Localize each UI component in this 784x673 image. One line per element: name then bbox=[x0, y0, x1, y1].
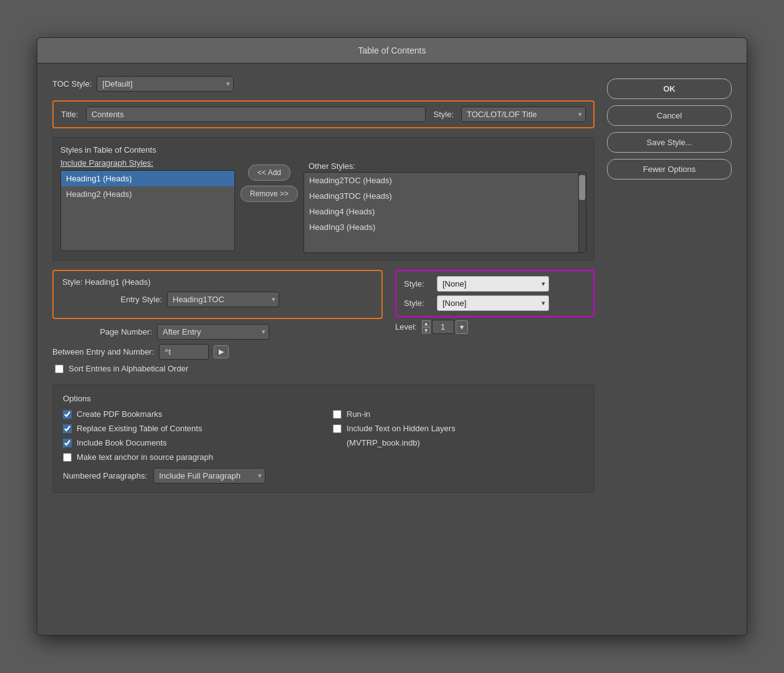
style-none-select-wrapper-1: [None] bbox=[437, 276, 549, 292]
option-include-hidden: Include Text on Hidden Layers bbox=[333, 424, 584, 433]
include-para-label: Include Paragraph Styles: bbox=[60, 158, 235, 168]
toc-style-select[interactable]: [Default] bbox=[97, 76, 234, 92]
fewer-options-button[interactable]: Fewer Options bbox=[607, 159, 732, 179]
styles-section-label: Styles in Table of Contents bbox=[60, 145, 586, 155]
sort-entries-checkbox[interactable] bbox=[55, 365, 64, 373]
heading-style-title: Style: Heading1 (Heads) bbox=[62, 277, 373, 287]
list-item[interactable]: Heading3TOC (Heads) bbox=[304, 188, 586, 204]
sort-entries-label: Sort Entries in Alphabetical Order bbox=[69, 364, 188, 373]
level-up-button[interactable]: ▲ bbox=[422, 320, 431, 327]
replace-existing-label: Replace Existing Table of Contents bbox=[77, 424, 202, 433]
run-in-label: Run-in bbox=[347, 409, 370, 419]
list-item[interactable]: Heading2 (Heads) bbox=[61, 186, 234, 202]
entry-style-select[interactable]: Heading1TOC bbox=[167, 292, 279, 307]
add-remove-buttons: << Add Remove >> bbox=[235, 158, 304, 202]
left-panel: TOC Style: [Default] Title: Style: TOC/L… bbox=[52, 76, 595, 623]
between-entry-row: Between Entry and Number: ▶ bbox=[52, 344, 383, 360]
page-number-section: Page Number: After Entry Between Entry a… bbox=[52, 324, 383, 373]
toc-style-select-wrapper: [Default] bbox=[97, 76, 234, 92]
option-create-pdf: Create PDF Bookmarks bbox=[63, 409, 314, 419]
include-hidden-label: Include Text on Hidden Layers bbox=[347, 424, 456, 433]
list-item[interactable]: Heading1 (Heads) bbox=[61, 171, 234, 186]
other-styles-list: Heading2TOC (Heads) Heading3TOC (Heads) … bbox=[304, 172, 586, 253]
toc-dialog: Table of Contents TOC Style: [Default] T… bbox=[37, 37, 747, 636]
between-entry-label: Between Entry and Number: bbox=[52, 347, 154, 356]
level-row: Level: ▲ ▼ ▾ bbox=[395, 320, 595, 334]
styles-in-toc-section: Styles in Table of Contents Include Para… bbox=[52, 137, 595, 261]
included-styles-list: Heading1 (Heads) Heading2 (Heads) bbox=[60, 170, 235, 251]
level-input[interactable] bbox=[432, 320, 454, 334]
heading-style-section: Style: Heading1 (Heads) Entry Style: Hea… bbox=[52, 270, 383, 319]
page-number-label: Page Number: bbox=[52, 327, 152, 336]
style-none-label-1: Style: bbox=[404, 279, 432, 289]
style-none-row-2: Style: [None] bbox=[404, 295, 586, 311]
add-button[interactable]: << Add bbox=[248, 165, 290, 181]
style-none-label-2: Style: bbox=[404, 298, 432, 308]
spinner-arrows: ▲ ▼ bbox=[422, 320, 431, 333]
between-entry-arrow[interactable]: ▶ bbox=[214, 345, 229, 358]
include-hidden-checkbox[interactable] bbox=[333, 424, 342, 433]
numbered-para-select-wrapper: Include Full Paragraph bbox=[153, 468, 265, 484]
style-label: Style: bbox=[433, 110, 454, 119]
numbered-para-row: Numbered Paragraphs: Include Full Paragr… bbox=[63, 468, 584, 484]
title-style-row: Title: Style: TOC/LOT/LOF Title bbox=[52, 100, 595, 128]
create-pdf-label: Create PDF Bookmarks bbox=[77, 409, 162, 419]
style-none-box: Style: [None] Style: [None] bbox=[395, 270, 595, 317]
title-label: Title: bbox=[61, 110, 79, 119]
option-run-in: Run-in bbox=[333, 409, 584, 419]
create-pdf-checkbox[interactable] bbox=[63, 410, 72, 419]
make-anchor-label: Make text anchor in source paragraph bbox=[77, 452, 213, 462]
list-item[interactable]: Heading2TOC (Heads) bbox=[304, 173, 586, 188]
sort-entries-row: Sort Entries in Alphabetical Order bbox=[55, 364, 383, 373]
numbered-para-label: Numbered Paragraphs: bbox=[63, 471, 147, 480]
style-none-select-2[interactable]: [None] bbox=[437, 295, 549, 311]
option-make-anchor: Make text anchor in source paragraph bbox=[63, 452, 314, 462]
title-style-select[interactable]: TOC/LOT/LOF Title bbox=[461, 107, 586, 122]
title-style-select-wrapper: TOC/LOT/LOF Title bbox=[461, 107, 586, 122]
save-style-button[interactable]: Save Style... bbox=[607, 132, 732, 153]
between-entry-input[interactable] bbox=[159, 344, 209, 360]
cancel-button[interactable]: Cancel bbox=[607, 105, 732, 126]
toc-style-label: TOC Style: bbox=[52, 79, 92, 88]
options-title: Options bbox=[63, 394, 584, 403]
options-section: Options Create PDF Bookmarks Run-in Repl… bbox=[52, 384, 595, 493]
heading-style-panel: Style: Heading1 (Heads) Entry Style: Hea… bbox=[52, 270, 383, 373]
lower-section: Style: Heading1 (Heads) Entry Style: Hea… bbox=[52, 270, 595, 373]
entry-style-label: Entry Style: bbox=[62, 295, 162, 304]
style-none-select-wrapper-2: [None] bbox=[437, 295, 549, 311]
level-dropdown-button[interactable]: ▾ bbox=[456, 320, 468, 334]
entry-style-select-wrapper: Heading1TOC bbox=[167, 292, 279, 307]
list-item[interactable]: HeadIng3 (Heads) bbox=[304, 219, 586, 235]
entry-style-row: Entry Style: Heading1TOC bbox=[62, 292, 373, 307]
option-replace-existing: Replace Existing Table of Contents bbox=[63, 424, 314, 433]
book-name-text: (MVTRP_book.indb) bbox=[347, 438, 420, 447]
style-none-row-1: Style: [None] bbox=[404, 276, 586, 292]
right-panel: OK Cancel Save Style... Fewer Options bbox=[607, 76, 732, 623]
page-number-select-wrapper: After Entry bbox=[157, 324, 269, 340]
option-include-book: Include Book Documents bbox=[63, 438, 314, 447]
other-styles-label: Other Styles: bbox=[304, 158, 586, 172]
remove-button[interactable]: Remove >> bbox=[241, 186, 298, 202]
level-label: Level: bbox=[395, 322, 417, 332]
level-down-button[interactable]: ▼ bbox=[422, 327, 431, 333]
option-book-name: (MVTRP_book.indb) bbox=[333, 438, 584, 447]
title-input[interactable] bbox=[86, 107, 426, 122]
list-item[interactable]: Heading4 (Heads) bbox=[304, 204, 586, 219]
numbered-para-select[interactable]: Include Full Paragraph bbox=[153, 468, 265, 484]
dialog-title: Table of Contents bbox=[37, 38, 747, 64]
page-number-select[interactable]: After Entry bbox=[157, 324, 269, 340]
toc-style-row: TOC Style: [Default] bbox=[52, 76, 595, 92]
include-book-checkbox[interactable] bbox=[63, 439, 72, 447]
make-anchor-checkbox[interactable] bbox=[63, 453, 72, 462]
level-spinner: ▲ ▼ ▾ bbox=[422, 320, 468, 334]
style-none-panel: Style: [None] Style: [None] bbox=[395, 270, 595, 334]
style-none-select-1[interactable]: [None] bbox=[437, 276, 549, 292]
ok-button[interactable]: OK bbox=[607, 79, 732, 99]
options-grid: Create PDF Bookmarks Run-in Replace Exis… bbox=[63, 409, 584, 462]
replace-existing-checkbox[interactable] bbox=[63, 424, 72, 433]
run-in-checkbox[interactable] bbox=[333, 410, 342, 419]
page-number-row: Page Number: After Entry bbox=[52, 324, 383, 340]
include-book-label: Include Book Documents bbox=[77, 438, 167, 447]
